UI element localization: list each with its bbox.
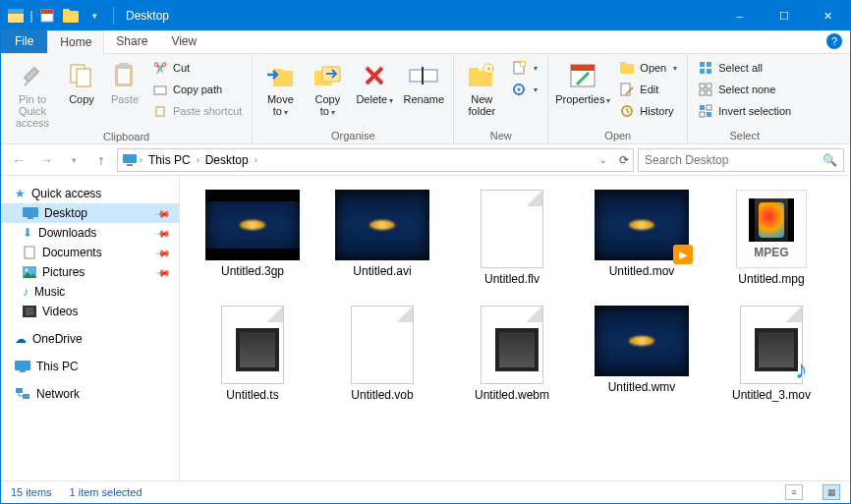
crumb-sep-icon[interactable]: ›	[140, 155, 142, 165]
svg-rect-54	[26, 308, 33, 315]
svg-rect-42	[700, 105, 705, 110]
sidebar-item-network[interactable]: Network	[1, 384, 179, 404]
explorer-icon[interactable]	[5, 5, 27, 27]
close-button[interactable]: ✕	[806, 1, 850, 30]
svg-rect-36	[700, 69, 705, 74]
main-area: ★Quick access Desktop📌 ⬇Downloads📌 Docum…	[1, 176, 850, 480]
select-group-label: Select	[694, 128, 795, 143]
sidebar-item-videos[interactable]: Videos	[1, 302, 179, 321]
delete-label: Delete	[356, 93, 393, 106]
file-name-label: Untitled.mov	[609, 264, 675, 278]
paste-shortcut-button[interactable]: Paste shortcut	[148, 101, 246, 121]
qat-properties-icon[interactable]	[36, 5, 58, 27]
history-dropdown-icon[interactable]: ⌄	[599, 155, 607, 165]
copy-to-icon	[312, 60, 343, 91]
forward-button[interactable]: →	[34, 148, 58, 172]
ribbon-tabs: File Home Share View ?	[1, 30, 850, 54]
sidebar-item-downloads[interactable]: ⬇Downloads📌	[1, 223, 179, 243]
svg-rect-5	[63, 9, 70, 13]
details-view-button[interactable]: ≡	[785, 484, 803, 500]
file-name-label: Untitled.avi	[353, 264, 411, 278]
select-none-button[interactable]: Select none	[694, 80, 795, 99]
select-all-button[interactable]: Select all	[694, 58, 795, 78]
history-button[interactable]: History	[615, 101, 681, 121]
file-item[interactable]: Untitled.wmv	[579, 306, 705, 402]
sidebar-item-documents[interactable]: Documents📌	[1, 243, 179, 262]
file-thumbnail: MPEG	[736, 190, 807, 268]
rename-button[interactable]: Rename	[400, 56, 447, 105]
svg-rect-44	[700, 112, 705, 117]
svg-rect-46	[123, 154, 137, 163]
crumb-sep-icon[interactable]: ›	[197, 155, 199, 165]
view-tab[interactable]: View	[159, 29, 208, 53]
copy-to-button[interactable]: Copy to	[306, 56, 349, 118]
copy-path-button[interactable]: Copy path	[148, 80, 246, 99]
sidebar-item-onedrive[interactable]: ☁OneDrive	[1, 329, 179, 349]
crumb-thispc[interactable]: This PC	[144, 153, 195, 167]
clipboard-group-label: Clipboard	[7, 129, 246, 144]
up-button[interactable]: ↑	[89, 148, 113, 172]
pin-label: Pin to Quick access	[7, 93, 58, 129]
network-icon	[15, 387, 30, 401]
quickaccess-icon: ★	[15, 187, 26, 200]
svg-rect-40	[700, 90, 705, 95]
file-item[interactable]: ▶Untitled.mov	[579, 190, 705, 286]
desktop-icon	[23, 207, 38, 219]
file-item[interactable]: Untitled.avi	[319, 190, 445, 286]
minimize-button[interactable]: –	[717, 1, 762, 30]
titlebar: | ▾ Desktop – ☐ ✕	[1, 1, 850, 30]
recent-locations-button[interactable]: ▾	[62, 148, 85, 172]
pin-icon: 📌	[155, 205, 171, 221]
copy-icon	[66, 60, 97, 91]
properties-button[interactable]: Properties	[554, 56, 611, 106]
svg-rect-43	[707, 105, 711, 110]
edit-button[interactable]: Edit	[615, 80, 681, 99]
sidebar-item-desktop[interactable]: Desktop📌	[1, 203, 179, 223]
file-view[interactable]: Untitled.3gpUntitled.aviUntitled.flv▶Unt…	[180, 176, 850, 480]
breadcrumb[interactable]: › This PC › Desktop › ⌄ ⟳	[117, 148, 634, 172]
file-name-label: Untitled.vob	[351, 388, 413, 402]
help-button[interactable]: ?	[826, 33, 842, 49]
sidebar-item-quickaccess[interactable]: ★Quick access	[1, 184, 179, 203]
delete-button[interactable]: Delete	[353, 56, 396, 106]
svg-text:✦: ✦	[485, 65, 492, 74]
sidebar-item-thispc[interactable]: This PC	[1, 357, 179, 376]
new-item-button[interactable]	[507, 58, 541, 78]
easy-access-button[interactable]	[507, 80, 541, 99]
share-tab[interactable]: Share	[104, 29, 159, 53]
copy-button[interactable]: Copy	[62, 56, 101, 105]
icons-view-button[interactable]: ▦	[823, 484, 840, 500]
sidebar-item-music[interactable]: ♪Music	[1, 282, 179, 302]
home-tab[interactable]: Home	[47, 30, 104, 54]
qat-newfolder-icon[interactable]	[60, 5, 82, 27]
quick-access-toolbar: | ▾	[1, 5, 109, 27]
play-overlay-icon: ▶	[673, 245, 693, 264]
crumb-sep-icon[interactable]: ›	[255, 155, 257, 165]
documents-icon	[23, 246, 36, 259]
invert-selection-icon	[698, 103, 713, 119]
crumb-desktop[interactable]: Desktop	[201, 153, 253, 167]
svg-rect-21	[469, 68, 479, 73]
file-item[interactable]: ♪Untitled_3.mov	[709, 306, 834, 402]
open-button[interactable]: Open	[615, 58, 681, 78]
file-item[interactable]: MPEGUntitled.mpg	[709, 190, 834, 286]
refresh-button[interactable]: ⟳	[619, 153, 629, 167]
file-item[interactable]: Untitled.3gp	[190, 190, 315, 286]
file-item[interactable]: Untitled.webm	[449, 306, 575, 402]
file-item[interactable]: Untitled.flv	[449, 190, 575, 286]
ribbon-group-clipboard: Pin to Quick access Copy Paste ✂️Cut Cop…	[1, 54, 253, 143]
new-folder-button[interactable]: ✦ New folder	[460, 56, 503, 117]
file-item[interactable]: Untitled.vob	[319, 306, 445, 402]
pin-to-quick-access-button[interactable]: Pin to Quick access	[7, 56, 58, 129]
sidebar-item-pictures[interactable]: Pictures📌	[1, 262, 179, 282]
back-button[interactable]: ←	[7, 148, 30, 172]
qat-customize-icon[interactable]: ▾	[84, 5, 105, 27]
invert-selection-button[interactable]: Invert selection	[694, 101, 795, 121]
move-to-button[interactable]: Move to	[258, 56, 302, 118]
cut-button[interactable]: ✂️Cut	[148, 58, 246, 78]
maximize-button[interactable]: ☐	[762, 1, 806, 30]
file-tab[interactable]: File	[1, 29, 47, 53]
paste-button[interactable]: Paste	[105, 56, 144, 105]
search-input[interactable]: Search Desktop 🔍	[638, 148, 844, 172]
file-item[interactable]: Untitled.ts	[190, 306, 315, 402]
